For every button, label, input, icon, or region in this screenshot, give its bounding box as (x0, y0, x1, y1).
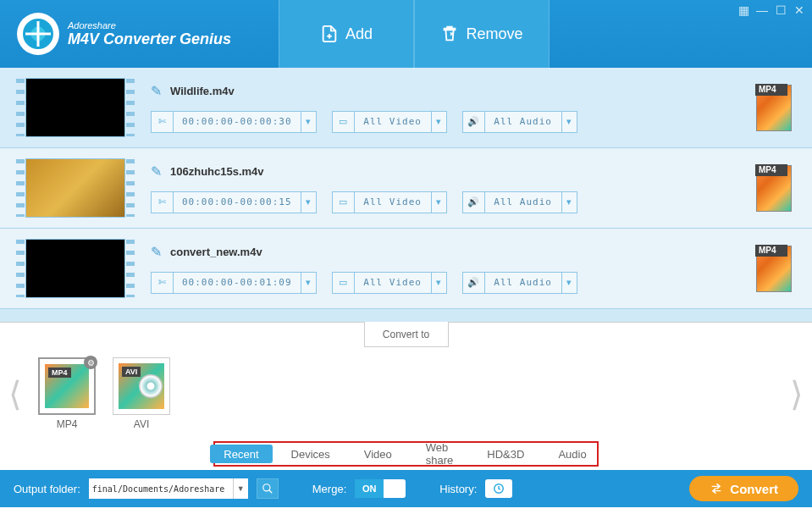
output-format-badge[interactable]: MP4 (756, 85, 792, 131)
file-thumbnail[interactable] (25, 158, 125, 218)
clock-icon (493, 483, 505, 495)
format-option-avi[interactable]: AVI AVI (113, 357, 170, 430)
chevron-down-icon[interactable]: ▾ (561, 273, 577, 293)
video-icon: ▭ (333, 273, 355, 293)
category-tab-web-share[interactable]: Web share (409, 443, 471, 465)
chevron-down-icon[interactable]: ▾ (431, 273, 446, 293)
convert-icon (710, 482, 723, 495)
format-caption: MP4 (38, 418, 96, 430)
category-tab-audio[interactable]: Audio (541, 443, 603, 465)
output-folder-dropdown[interactable]: ▼ (233, 478, 248, 499)
file-name: convert_new.m4v (170, 246, 262, 258)
audio-track-control[interactable]: 🔊 All Audio ▾ (462, 272, 577, 294)
video-track-control[interactable]: ▭ All Video ▾ (332, 272, 447, 294)
product-name: M4V Converter Genius (68, 30, 231, 48)
audio-track-control[interactable]: 🔊 All Audio ▾ (462, 111, 577, 133)
minimize-icon[interactable]: — (756, 4, 768, 16)
app-logo-icon (17, 13, 59, 55)
video-track-value: All Video (355, 116, 431, 127)
format-thumb: AVI (113, 357, 170, 415)
output-format-badge[interactable]: MP4 (756, 165, 792, 212)
convert-to-tab[interactable]: Convert to (364, 322, 449, 347)
format-row: ⟨ MP4 ⚙ MP4 AVI AVI ⟩ (0, 348, 812, 439)
video-track-control[interactable]: ▭ All Video ▾ (332, 191, 447, 213)
format-option-mp4[interactable]: MP4 ⚙ MP4 (38, 357, 96, 430)
scissors-icon: ✄ (152, 192, 174, 213)
edit-icon[interactable]: ✎ (151, 163, 162, 180)
file-list: ✎ Wildlife.m4v ✄ 00:00:00-00:00:30 ▾ ▭ A… (0, 68, 812, 322)
category-tab-devices[interactable]: Devices (274, 443, 347, 465)
file-name: Wildlife.m4v (170, 85, 235, 97)
merge-toggle[interactable]: ON (355, 479, 406, 498)
file-info: ✎ convert_new.m4v ✄ 00:00:00-00:01:09 ▾ … (151, 244, 741, 294)
output-folder-input[interactable] (89, 478, 233, 499)
add-file-icon (320, 25, 339, 43)
output-format-badge[interactable]: MP4 (756, 246, 792, 292)
audio-track-value: All Audio (485, 277, 561, 288)
history-label: History: (439, 483, 477, 495)
format-thumb-code: MP4 (48, 368, 71, 378)
search-icon (262, 483, 273, 495)
title-area: Adoreshare M4V Converter Genius (68, 20, 231, 48)
convert-button[interactable]: Convert (689, 476, 798, 501)
audio-track-value: All Audio (485, 196, 561, 207)
category-tab-recent[interactable]: Recent (210, 445, 272, 463)
audio-track-control[interactable]: 🔊 All Audio ▾ (462, 191, 577, 213)
browse-folder-button[interactable] (257, 478, 279, 499)
trim-range: 00:00:00-00:01:09 (174, 277, 301, 288)
edit-icon[interactable]: ✎ (151, 83, 162, 99)
remove-button[interactable]: Remove (414, 0, 550, 68)
format-prev-icon[interactable]: ⟨ (8, 374, 22, 413)
video-track-value: All Video (355, 277, 431, 288)
scissors-icon: ✄ (152, 273, 174, 293)
chevron-down-icon[interactable]: ▾ (301, 273, 316, 293)
close-icon[interactable]: ✕ (793, 4, 805, 16)
file-thumbnail[interactable] (25, 78, 125, 137)
brand-name: Adoreshare (68, 20, 231, 30)
add-label: Add (345, 25, 373, 43)
video-track-control[interactable]: ▭ All Video ▾ (332, 111, 447, 133)
file-thumbnail[interactable] (25, 239, 125, 298)
header: Adoreshare M4V Converter Genius Add Remo… (0, 0, 812, 68)
speaker-icon: 🔊 (463, 112, 485, 132)
convert-to-section: Convert to ⟨ MP4 ⚙ MP4 AVI AVI ⟩ RecentD… (0, 322, 812, 467)
speaker-icon: 🔊 (463, 192, 485, 213)
history-button[interactable] (485, 479, 512, 498)
scissors-icon: ✄ (152, 112, 174, 132)
file-info: ✎ Wildlife.m4v ✄ 00:00:00-00:00:30 ▾ ▭ A… (151, 83, 741, 133)
trim-control[interactable]: ✄ 00:00:00-00:00:30 ▾ (151, 111, 317, 133)
disc-icon (139, 374, 163, 398)
edit-icon[interactable]: ✎ (151, 244, 162, 260)
gear-icon[interactable]: ⚙ (84, 356, 97, 369)
file-item[interactable]: ✎ convert_new.m4v ✄ 00:00:00-00:01:09 ▾ … (0, 229, 812, 309)
file-item[interactable]: ✎ Wildlife.m4v ✄ 00:00:00-00:00:30 ▾ ▭ A… (0, 68, 812, 148)
window-menu-icon[interactable]: ▦ (737, 4, 749, 16)
trim-range: 00:00:00-00:00:30 (174, 116, 301, 127)
category-tab-hd-3d[interactable]: HD&3D (470, 443, 541, 465)
chevron-down-icon[interactable]: ▾ (431, 192, 446, 213)
format-next-icon[interactable]: ⟩ (790, 374, 804, 413)
chevron-down-icon[interactable]: ▾ (301, 192, 316, 213)
chevron-down-icon[interactable]: ▾ (561, 192, 577, 213)
chevron-down-icon[interactable]: ▾ (431, 112, 446, 132)
format-thumb-code: AVI (122, 367, 141, 377)
window-controls: ▦ — ☐ ✕ (737, 4, 805, 16)
format-code: MP4 (759, 85, 776, 94)
convert-label: Convert (730, 482, 778, 496)
category-tabs: RecentDevicesVideoWeb shareHD&3DAudio (213, 441, 599, 467)
chevron-down-icon[interactable]: ▾ (561, 112, 577, 132)
trim-control[interactable]: ✄ 00:00:00-00:00:15 ▾ (151, 191, 317, 213)
file-item[interactable]: ✎ 106zhuhc15s.m4v ✄ 00:00:00-00:00:15 ▾ … (0, 148, 812, 229)
file-info: ✎ 106zhuhc15s.m4v ✄ 00:00:00-00:00:15 ▾ … (151, 163, 741, 213)
add-button[interactable]: Add (279, 0, 414, 68)
format-code: MP4 (759, 165, 776, 174)
video-icon: ▭ (333, 192, 355, 213)
output-folder-label: Output folder: (14, 483, 80, 495)
category-tab-video[interactable]: Video (347, 443, 409, 465)
maximize-icon[interactable]: ☐ (775, 4, 787, 16)
remove-icon (440, 25, 459, 43)
trim-control[interactable]: ✄ 00:00:00-00:01:09 ▾ (151, 272, 317, 294)
video-track-value: All Video (355, 196, 431, 207)
chevron-down-icon[interactable]: ▾ (301, 112, 316, 132)
speaker-icon: 🔊 (463, 273, 485, 293)
